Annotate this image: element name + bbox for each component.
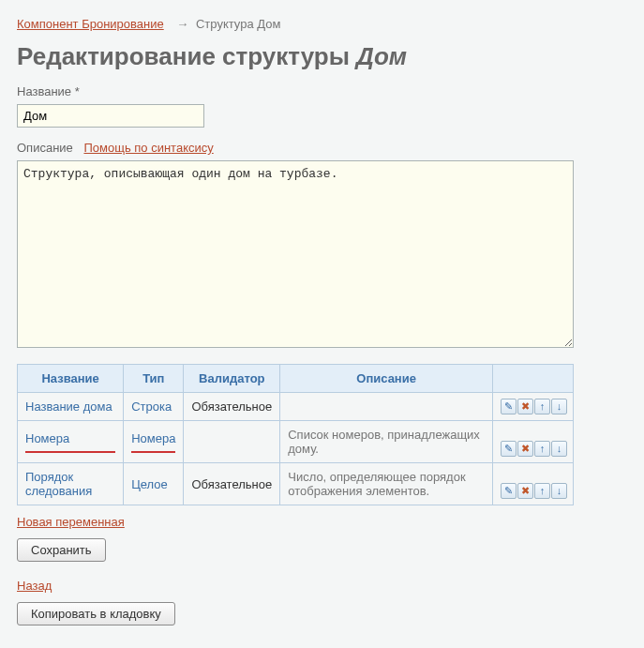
cell-description: Число, определяющее порядок отображения … [280,463,493,505]
breadcrumb-root-link[interactable]: Компонент Бронирование [17,17,164,31]
highlight-underline [131,451,175,453]
syntax-help-link[interactable]: Помощь по синтаксису [83,141,213,155]
edit-icon[interactable]: ✎ [501,399,517,414]
cell-validator: Обязательное [184,463,280,505]
page-title-prefix: Редактирование структуры [17,42,356,70]
cell-description [280,393,493,421]
cell-name: Номера [18,421,124,463]
variables-table: Название Тип Валидатор Описание Название… [17,364,574,505]
back-link[interactable]: Назад [17,579,52,593]
description-textarea[interactable]: Структура, описывающая один дом на турба… [17,160,574,348]
description-label-row: Описание Помощь по синтаксису [17,141,627,155]
col-header-desc: Описание [280,365,493,393]
cell-type: Целое [124,463,184,505]
move-up-icon[interactable]: ↑ [534,483,550,499]
table-row: Название домаСтрокаОбязательное✎✖↑↓ [18,393,574,421]
move-down-icon[interactable]: ↓ [551,441,567,457]
edit-icon[interactable]: ✎ [501,483,517,499]
page-title: Редактирование структуры Дом [17,42,627,71]
col-header-name: Название [18,365,124,393]
col-header-actions [493,365,574,393]
cell-type: Номера [124,421,184,463]
breadcrumb-arrow-icon: → [176,17,188,31]
col-header-type: Тип [124,365,184,393]
new-variable-link[interactable]: Новая переменная [17,515,125,529]
name-label: Название * [17,84,627,98]
edit-icon[interactable]: ✎ [501,441,517,457]
delete-icon[interactable]: ✖ [517,483,533,499]
description-label: Описание [17,141,73,155]
delete-icon[interactable]: ✖ [517,399,533,414]
page-title-entity: Дом [356,42,407,70]
cell-name: Порядок следования [18,463,124,505]
cell-name: Название дома [18,393,124,421]
cell-validator [184,421,280,463]
cell-actions: ✎✖↑↓ [493,421,574,463]
move-down-icon[interactable]: ↓ [551,399,567,414]
cell-description: Список номеров, принадлежащих дому. [280,421,493,463]
name-input[interactable] [17,104,204,128]
highlight-underline [25,451,115,453]
breadcrumb: Компонент Бронирование → Структура Дом [17,17,627,31]
table-row: Порядок следованияЦелоеОбязательноеЧисло… [18,463,574,505]
cell-actions: ✎✖↑↓ [493,463,574,505]
move-up-icon[interactable]: ↑ [534,441,550,457]
move-up-icon[interactable]: ↑ [534,399,550,414]
table-row: НомераНомераСписок номеров, принадлежащи… [18,421,574,463]
cell-type: Строка [124,393,184,421]
copy-to-pantry-button[interactable]: Копировать в кладовку [17,602,175,625]
save-button[interactable]: Сохранить [17,538,106,562]
delete-icon[interactable]: ✖ [517,441,533,457]
breadcrumb-current: Структура Дом [196,17,280,31]
cell-validator: Обязательное [184,393,280,421]
move-down-icon[interactable]: ↓ [551,483,567,499]
table-header-row: Название Тип Валидатор Описание [18,365,574,393]
col-header-validator: Валидатор [184,365,280,393]
cell-actions: ✎✖↑↓ [493,393,574,421]
